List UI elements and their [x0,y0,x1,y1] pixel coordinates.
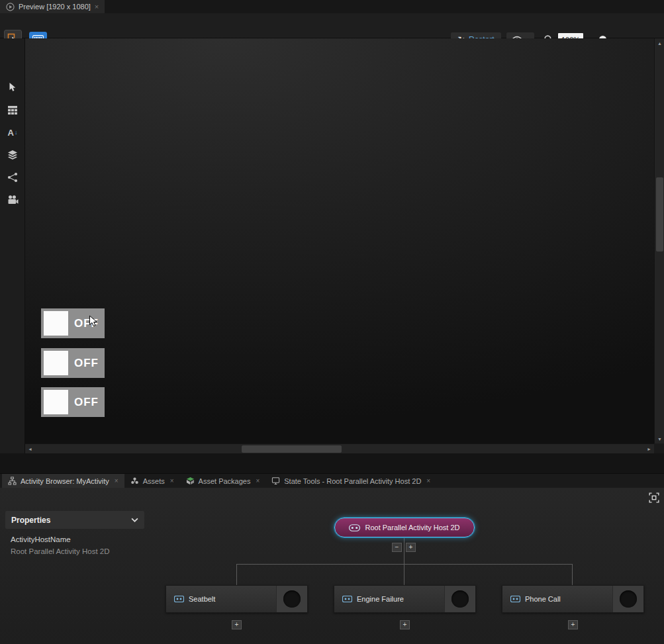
app-window: Preview [1920 x 1080] × [0,0,664,644]
tab-assets-label: Assets [143,477,165,485]
graph-node-engine-failure-label: Engine Failure [357,586,404,612]
graph-node-seatbelt-label: Seatbelt [189,586,215,612]
tab-state-tools-label: State Tools - Root Parallel Activity Hos… [284,477,421,485]
scroll-right-icon[interactable]: ► [644,444,654,454]
tab-assets[interactable]: Assets × [124,474,180,488]
graph-node-root[interactable]: Root Parallel Activity Host 2D [334,518,475,537]
scroll-down-icon[interactable]: ▼ [655,434,664,443]
toggle-label-2: OFF [68,348,105,378]
sitemap-icon [8,477,17,485]
tool-text[interactable]: A↓ [7,126,19,138]
node-state-indicator[interactable] [283,590,301,608]
panel-divider-band [0,453,664,473]
tab-asset-packages-label: Asset Packages [199,477,251,485]
vertical-scrollbar-thumb[interactable] [656,177,663,252]
toggle-checkbox-2[interactable] [44,351,68,375]
scrollbar-corner [654,443,664,453]
preview-side-toolbar: A↓ [0,38,25,453]
close-icon[interactable]: × [115,477,119,484]
add-button-engine-failure[interactable]: + [400,620,410,629]
activity-icon [174,596,184,602]
tab-state-tools[interactable]: State Tools - Root Parallel Activity Hos… [265,474,436,488]
tool-connections[interactable] [7,171,19,183]
toggle-button-3[interactable]: OFF [41,387,105,417]
node-state-indicator[interactable] [620,590,637,608]
close-icon[interactable]: × [170,477,174,484]
close-icon[interactable]: × [95,3,99,11]
graph-node-phone-call-label: Phone Call [525,586,561,612]
properties-title: Properties [11,516,50,525]
arrow-down-icon: ↓ [15,129,18,136]
tab-activity-browser-label: Activity Browser: MyActivity [21,477,109,485]
collapse-children-button[interactable]: − [392,543,402,552]
activity-icon [510,596,520,602]
package-icon [186,477,195,485]
connector-root-stem [404,537,404,564]
scroll-left-icon[interactable]: ◄ [25,444,35,454]
toggle-checkbox-3[interactable] [44,390,68,414]
properties-header[interactable]: Properties [5,511,144,529]
preview-canvas[interactable]: OFF OFF OFF [25,38,654,443]
window-tab-bar: Preview [1920 x 1080] × [0,0,664,13]
tab-asset-packages[interactable]: Asset Packages × [180,474,266,488]
add-child-button[interactable]: + [406,543,416,552]
mouse-cursor-icon [89,315,98,328]
node-state-indicator[interactable] [451,590,469,608]
chevron-down-icon[interactable] [131,518,138,522]
toggle-checkbox-1[interactable] [44,311,68,336]
property-value: Root Parallel Activity Host 2D [11,547,110,555]
state-tools-panel: Properties ActivityHostName Root Paralle… [0,488,664,644]
graph-node-engine-failure[interactable]: Engine Failure [334,585,476,613]
scroll-up-icon[interactable]: ▲ [655,38,664,48]
tab-preview-label: Preview [1920 x 1080] [19,3,91,11]
property-name: ActivityHostName [11,535,71,543]
graph-node-root-label: Root Parallel Activity Host 2D [365,524,459,531]
preview-toolbar: ↻ Restart ▾ 100% [0,13,664,38]
graph-node-phone-call[interactable]: Phone Call [502,585,644,613]
toggle-button-2[interactable]: OFF [41,348,105,378]
graph-node-seatbelt[interactable]: Seatbelt [166,585,308,613]
activity-host-icon [349,524,360,531]
activity-icon [342,596,352,602]
tool-layers[interactable] [7,149,19,161]
horizontal-scrollbar-thumb[interactable] [242,445,342,453]
tab-preview[interactable]: Preview [1920 x 1080] × [0,0,105,13]
state-tools-icon [271,477,280,485]
add-button-phone-call[interactable]: + [568,620,578,629]
play-icon [6,3,15,11]
horizontal-scrollbar[interactable]: ◄ ► [25,443,654,453]
add-button-seatbelt[interactable]: + [232,620,242,629]
font-icon: A [8,128,14,138]
fit-to-view-icon[interactable] [649,492,659,503]
tab-activity-browser[interactable]: Activity Browser: MyActivity × [2,474,124,488]
connector-stub-seatbelt [236,564,237,585]
toggle-label-1: OFF [68,308,105,338]
connector-stub-engine-failure [404,564,404,585]
tool-grid[interactable] [7,104,19,116]
connector-stub-phone-call [572,564,573,585]
assets-icon [130,477,139,485]
tool-camera[interactable] [7,194,19,206]
connector-horizontal [236,564,573,565]
toggle-label-3: OFF [68,387,105,417]
bottom-tab-bar: Activity Browser: MyActivity × Assets × … [0,473,664,488]
close-icon[interactable]: × [426,477,430,484]
close-icon[interactable]: × [256,477,260,484]
tool-select[interactable] [7,81,19,93]
vertical-scrollbar[interactable]: ▲ ▼ [654,38,664,443]
